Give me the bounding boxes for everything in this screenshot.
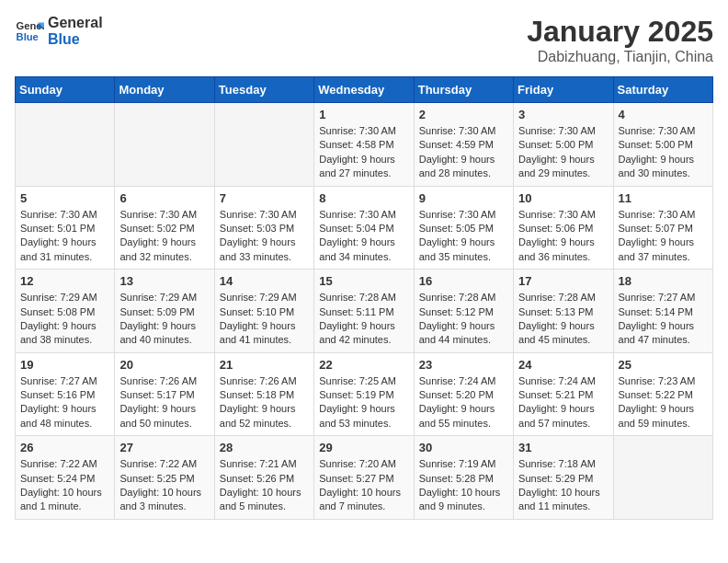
day-number: 27 (119, 441, 209, 454)
day-info: Sunrise: 7:24 AMSunset: 5:20 PMDaylight:… (419, 374, 508, 431)
day-info: Sunrise: 7:27 AMSunset: 5:14 PMDaylight:… (619, 291, 708, 348)
day-info: Sunrise: 7:22 AMSunset: 5:25 PMDaylight:… (119, 457, 209, 514)
calendar-cell: 29Sunrise: 7:20 AMSunset: 5:27 PMDayligh… (314, 436, 414, 520)
calendar-cell: 23Sunrise: 7:24 AMSunset: 5:20 PMDayligh… (414, 352, 513, 436)
calendar-cell: 8Sunrise: 7:30 AMSunset: 5:04 PMDaylight… (314, 186, 414, 270)
day-number: 8 (319, 191, 408, 205)
day-info: Sunrise: 7:23 AMSunset: 5:22 PMDaylight:… (619, 374, 708, 431)
calendar-week-row: 12Sunrise: 7:29 AMSunset: 5:08 PMDayligh… (16, 270, 713, 353)
day-number: 29 (319, 441, 408, 454)
calendar-cell: 12Sunrise: 7:29 AMSunset: 5:08 PMDayligh… (16, 270, 115, 353)
day-info: Sunrise: 7:30 AMSunset: 5:05 PMDaylight:… (419, 208, 508, 265)
day-info: Sunrise: 7:26 AMSunset: 5:18 PMDaylight:… (220, 374, 309, 431)
day-info: Sunrise: 7:30 AMSunset: 5:04 PMDaylight:… (319, 208, 408, 265)
day-number: 25 (619, 358, 708, 372)
calendar-cell: 25Sunrise: 7:23 AMSunset: 5:22 PMDayligh… (613, 352, 712, 436)
calendar-cell: 26Sunrise: 7:22 AMSunset: 5:24 PMDayligh… (16, 436, 115, 520)
calendar-cell: 9Sunrise: 7:30 AMSunset: 5:05 PMDaylight… (414, 186, 513, 270)
day-info: Sunrise: 7:28 AMSunset: 5:12 PMDaylight:… (419, 291, 508, 348)
day-number: 19 (20, 358, 109, 372)
calendar-cell (16, 103, 115, 187)
day-info: Sunrise: 7:26 AMSunset: 5:17 PMDaylight:… (119, 374, 209, 431)
calendar-cell: 20Sunrise: 7:26 AMSunset: 5:17 PMDayligh… (115, 352, 214, 436)
day-info: Sunrise: 7:20 AMSunset: 5:27 PMDaylight:… (319, 457, 408, 514)
day-number: 17 (518, 274, 608, 288)
day-info: Sunrise: 7:30 AMSunset: 5:01 PMDaylight:… (20, 208, 109, 265)
day-number: 26 (20, 441, 109, 454)
day-info: Sunrise: 7:30 AMSunset: 5:00 PMDaylight:… (518, 124, 608, 181)
calendar-cell: 16Sunrise: 7:28 AMSunset: 5:12 PMDayligh… (414, 270, 513, 353)
weekday-header-saturday: Saturday (613, 77, 712, 103)
day-info: Sunrise: 7:22 AMSunset: 5:24 PMDaylight:… (20, 457, 109, 514)
day-info: Sunrise: 7:21 AMSunset: 5:26 PMDaylight:… (220, 457, 309, 514)
calendar-cell (613, 436, 712, 520)
day-number: 15 (319, 274, 408, 288)
weekday-header-monday: Monday (115, 77, 214, 103)
day-info: Sunrise: 7:30 AMSunset: 5:00 PMDaylight:… (619, 124, 708, 181)
day-number: 5 (20, 191, 109, 205)
calendar-cell: 14Sunrise: 7:29 AMSunset: 5:10 PMDayligh… (214, 270, 313, 353)
day-info: Sunrise: 7:25 AMSunset: 5:19 PMDaylight:… (319, 374, 408, 431)
calendar-cell: 27Sunrise: 7:22 AMSunset: 5:25 PMDayligh… (115, 436, 214, 520)
calendar-cell: 22Sunrise: 7:25 AMSunset: 5:19 PMDayligh… (314, 352, 414, 436)
day-number: 22 (319, 358, 408, 372)
day-info: Sunrise: 7:29 AMSunset: 5:08 PMDaylight:… (20, 291, 109, 348)
day-info: Sunrise: 7:19 AMSunset: 5:28 PMDaylight:… (419, 457, 508, 514)
calendar-cell: 17Sunrise: 7:28 AMSunset: 5:13 PMDayligh… (514, 270, 613, 353)
calendar-cell: 6Sunrise: 7:30 AMSunset: 5:02 PMDaylight… (115, 186, 214, 270)
weekday-header-tuesday: Tuesday (214, 77, 313, 103)
calendar-week-row: 5Sunrise: 7:30 AMSunset: 5:01 PMDaylight… (16, 186, 713, 270)
calendar-cell: 15Sunrise: 7:28 AMSunset: 5:11 PMDayligh… (314, 270, 414, 353)
logo: General Blue General Blue (15, 15, 103, 48)
logo-general-text: General (48, 15, 103, 31)
day-info: Sunrise: 7:30 AMSunset: 4:59 PMDaylight:… (419, 124, 508, 181)
calendar-cell: 3Sunrise: 7:30 AMSunset: 5:00 PMDaylight… (514, 103, 613, 187)
calendar-cell: 2Sunrise: 7:30 AMSunset: 4:59 PMDaylight… (414, 103, 513, 187)
day-info: Sunrise: 7:24 AMSunset: 5:21 PMDaylight:… (518, 374, 608, 431)
weekday-header-wednesday: Wednesday (314, 77, 414, 103)
weekday-header-sunday: Sunday (16, 77, 115, 103)
day-info: Sunrise: 7:30 AMSunset: 5:07 PMDaylight:… (619, 208, 708, 265)
calendar-cell: 10Sunrise: 7:30 AMSunset: 5:06 PMDayligh… (514, 186, 613, 270)
day-info: Sunrise: 7:30 AMSunset: 5:03 PMDaylight:… (220, 208, 309, 265)
day-info: Sunrise: 7:29 AMSunset: 5:09 PMDaylight:… (119, 291, 209, 348)
calendar-cell: 13Sunrise: 7:29 AMSunset: 5:09 PMDayligh… (115, 270, 214, 353)
calendar-cell: 30Sunrise: 7:19 AMSunset: 5:28 PMDayligh… (414, 436, 513, 520)
calendar-cell: 19Sunrise: 7:27 AMSunset: 5:16 PMDayligh… (16, 352, 115, 436)
day-number: 10 (518, 191, 608, 205)
calendar-cell: 21Sunrise: 7:26 AMSunset: 5:18 PMDayligh… (214, 352, 313, 436)
weekday-header-friday: Friday (514, 77, 613, 103)
calendar-cell: 18Sunrise: 7:27 AMSunset: 5:14 PMDayligh… (613, 270, 712, 353)
day-info: Sunrise: 7:28 AMSunset: 5:13 PMDaylight:… (518, 291, 608, 348)
main-title: January 2025 (527, 15, 713, 49)
page-header: General Blue General Blue January 2025 D… (15, 15, 713, 65)
calendar-week-row: 26Sunrise: 7:22 AMSunset: 5:24 PMDayligh… (16, 436, 713, 520)
day-number: 12 (20, 274, 109, 288)
day-number: 16 (419, 274, 508, 288)
day-info: Sunrise: 7:30 AMSunset: 4:58 PMDaylight:… (319, 124, 408, 181)
day-number: 24 (518, 358, 608, 372)
day-info: Sunrise: 7:30 AMSunset: 5:06 PMDaylight:… (518, 208, 608, 265)
weekday-header-row: SundayMondayTuesdayWednesdayThursdayFrid… (16, 77, 713, 103)
day-number: 21 (220, 358, 309, 372)
day-number: 7 (220, 191, 309, 205)
day-number: 2 (419, 108, 508, 121)
day-info: Sunrise: 7:29 AMSunset: 5:10 PMDaylight:… (220, 291, 309, 348)
day-number: 9 (419, 191, 508, 205)
day-number: 31 (518, 441, 608, 454)
calendar-table: SundayMondayTuesdayWednesdayThursdayFrid… (15, 76, 713, 520)
day-number: 30 (419, 441, 508, 454)
calendar-cell: 7Sunrise: 7:30 AMSunset: 5:03 PMDaylight… (214, 186, 313, 270)
calendar-cell: 24Sunrise: 7:24 AMSunset: 5:21 PMDayligh… (514, 352, 613, 436)
day-number: 13 (119, 274, 209, 288)
day-info: Sunrise: 7:18 AMSunset: 5:29 PMDaylight:… (518, 457, 608, 514)
calendar-cell: 1Sunrise: 7:30 AMSunset: 4:58 PMDaylight… (314, 103, 414, 187)
day-number: 11 (619, 191, 708, 205)
day-info: Sunrise: 7:27 AMSunset: 5:16 PMDaylight:… (20, 374, 109, 431)
calendar-cell: 5Sunrise: 7:30 AMSunset: 5:01 PMDaylight… (16, 186, 115, 270)
day-number: 28 (220, 441, 309, 454)
day-info: Sunrise: 7:28 AMSunset: 5:11 PMDaylight:… (319, 291, 408, 348)
title-block: January 2025 Dabizhuang, Tianjin, China (527, 15, 713, 65)
calendar-cell (115, 103, 214, 187)
day-number: 18 (619, 274, 708, 288)
